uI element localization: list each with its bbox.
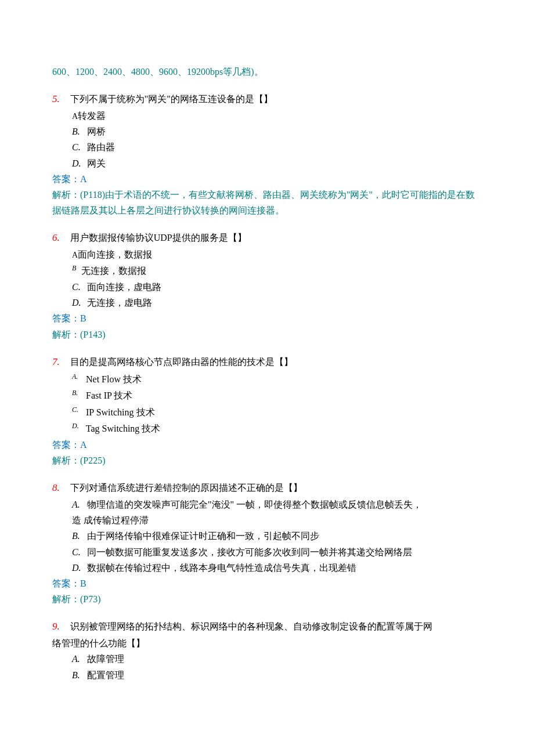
question-number: 8.: [52, 482, 60, 493]
question-5: 5. 下列不属于统称为"网关"的网络互连设备的是【】 A转发器 B.网桥 C.路…: [52, 91, 482, 218]
option-text: Net Flow 技术: [86, 374, 142, 384]
question-number: 9.: [52, 621, 60, 632]
option-letter: A: [72, 251, 78, 259]
question-text: 下列不属于统称为"网关"的网络互连设备的是【】: [70, 94, 273, 104]
option-d: D. Tag Switching 技术: [72, 420, 482, 437]
question-number: 6.: [52, 232, 60, 243]
option-c: C.路由器: [72, 139, 482, 155]
option-text: 面向连接，虚电路: [87, 282, 161, 292]
option-text: 数据帧在传输过程中，线路本身电气特性造成信号失真，出现差错: [87, 563, 356, 573]
answer: 答案：A: [52, 171, 482, 187]
option-letter: B.: [72, 667, 87, 683]
option-text: 配置管理: [87, 670, 124, 680]
analysis: 解析：(P118)由于术语的不统一，有些文献将网桥、路由器、网关统称为"网关"，…: [52, 187, 482, 218]
question-text-line2: 络管理的什么功能【】: [52, 635, 482, 651]
option-text: 网桥: [87, 126, 106, 136]
option-a: A转发器: [72, 108, 482, 124]
option-a: A.物理信道的突发噪声可能完全"淹没" 一帧，即使得整个数据帧或反馈信息帧丢失，: [72, 497, 482, 512]
option-letter: A.: [72, 371, 81, 382]
option-letter: D.: [72, 420, 81, 432]
option-letter: D.: [72, 155, 87, 171]
option-c: C.面向连接，虚电路: [72, 279, 482, 295]
option-b: B无连接，数据报: [72, 262, 482, 279]
question-7: 7. 目的是提高网络核心节点即路由器的性能的技术是【】 A. Net Flow …: [52, 354, 482, 468]
option-d: D.无连接，虚电路: [72, 295, 482, 310]
analysis: 解析：(P225): [52, 453, 482, 468]
option-text: 同一帧数据可能重复发送多次，接收方可能多次收到同一帧并将其递交给网络层: [87, 547, 412, 557]
question-stem: 9. 识别被管理网络的拓扑结构、标识网络中的各种现象、自动修改制定设备的配置等属…: [52, 618, 482, 635]
question-number: 5.: [52, 93, 60, 104]
options: A. Net Flow 技术 B. Fast IP 技术 C. IP Switc…: [72, 371, 482, 437]
question-text: 目的是提高网络核心节点即路由器的性能的技术是【】: [70, 357, 293, 367]
option-c: C.同一帧数据可能重复发送多次，接收方可能多次收到同一帧并将其递交给网络层: [72, 544, 482, 560]
option-letter: A.: [72, 497, 87, 512]
option-letter: A: [72, 112, 78, 121]
option-letter: C.: [72, 544, 87, 560]
option-a: A.故障管理: [72, 651, 482, 667]
option-d: D.数据帧在传输过程中，线路本身电气特性造成信号失真，出现差错: [72, 560, 482, 576]
question-6: 6. 用户数据报传输协议UDP提供的服务是【】 A面向连接，数据报 B无连接，数…: [52, 230, 482, 342]
option-b: B.网桥: [72, 124, 482, 139]
option-a-cont: 造 成传输过程停滞: [72, 512, 482, 528]
question-number: 7.: [52, 356, 60, 367]
option-d: D.网关: [72, 155, 482, 171]
question-stem: 6. 用户数据报传输协议UDP提供的服务是【】: [52, 230, 482, 247]
question-9: 9. 识别被管理网络的拓扑结构、标识网络中的各种现象、自动修改制定设备的配置等属…: [52, 618, 482, 682]
question-stem: 5. 下列不属于统称为"网关"的网络互连设备的是【】: [52, 91, 482, 108]
options: A面向连接，数据报 B无连接，数据报 C.面向连接，虚电路 D.无连接，虚电路: [72, 247, 482, 310]
option-text: 故障管理: [87, 654, 124, 664]
option-letter: C.: [72, 404, 81, 415]
option-letter: A.: [72, 651, 87, 667]
question-8: 8. 下列对通信系统进行差错控制的原因描述不正确的是【】 A.物理信道的突发噪声…: [52, 480, 482, 607]
option-text: Tag Switching 技术: [86, 424, 161, 434]
option-letter: B: [72, 262, 81, 274]
question-stem: 8. 下列对通信系统进行差错控制的原因描述不正确的是【】: [52, 480, 482, 497]
option-a: A. Net Flow 技术: [72, 371, 482, 388]
answer: 答案：B: [52, 576, 482, 591]
option-letter: D.: [72, 560, 87, 576]
question-stem: 7. 目的是提高网络核心节点即路由器的性能的技术是【】: [52, 354, 482, 371]
option-text: 面向连接，数据报: [78, 249, 152, 259]
analysis: 解析：(P143): [52, 327, 482, 342]
option-text: Fast IP 技术: [86, 390, 132, 400]
option-b: B.由于网络传输中很难保证计时正确和一致，引起帧不同步: [72, 528, 482, 544]
option-text: 无连接，数据报: [81, 266, 146, 276]
option-c: C. IP Switching 技术: [72, 404, 482, 421]
answer: 答案：B: [52, 310, 482, 326]
option-b: B. Fast IP 技术: [72, 387, 482, 404]
option-letter: C.: [72, 279, 87, 295]
option-letter: C.: [72, 139, 87, 155]
option-text: 物理信道的突发噪声可能完全"淹没" 一帧，即使得整个数据帧或反馈信息帧丢失，: [87, 500, 422, 509]
option-letter: B.: [72, 124, 87, 139]
option-b: B.配置管理: [72, 667, 482, 683]
options: A转发器 B.网桥 C.路由器 D.网关: [72, 108, 482, 171]
analysis: 解析：(P73): [52, 591, 482, 607]
option-text: 转发器: [78, 111, 106, 121]
option-letter: B.: [72, 528, 87, 544]
option-text: 由于网络传输中很难保证计时正确和一致，引起帧不同步: [87, 531, 319, 541]
question-text-line1: 识别被管理网络的拓扑结构、标识网络中的各种现象、自动修改制定设备的配置等属于网: [70, 621, 432, 631]
option-a: A面向连接，数据报: [72, 247, 482, 262]
options: A.故障管理 B.配置管理: [72, 651, 482, 682]
previous-question-tail: 600、1200、2400、4800、9600、19200bps等几档)。: [52, 64, 482, 79]
answer: 答案：A: [52, 437, 482, 453]
option-letter: B.: [72, 387, 81, 399]
option-text: 无连接，虚电路: [87, 298, 152, 308]
option-text: 路由器: [87, 142, 115, 152]
options: A.物理信道的突发噪声可能完全"淹没" 一帧，即使得整个数据帧或反馈信息帧丢失，…: [72, 497, 482, 576]
question-text: 用户数据报传输协议UDP提供的服务是【】: [70, 233, 247, 243]
option-text: IP Switching 技术: [86, 407, 155, 417]
option-letter: D.: [72, 295, 87, 310]
question-text: 下列对通信系统进行差错控制的原因描述不正确的是【】: [70, 483, 302, 493]
option-text: 网关: [87, 158, 106, 168]
